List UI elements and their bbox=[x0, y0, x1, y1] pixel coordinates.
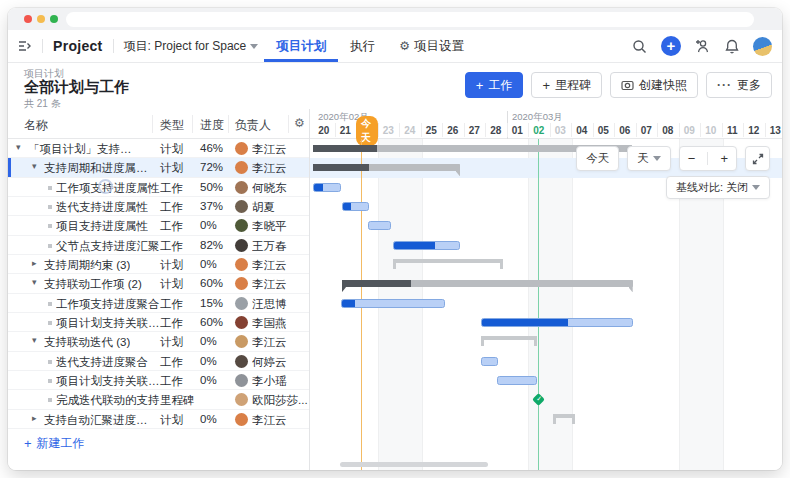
collapse-caret-icon[interactable]: ▾ bbox=[32, 277, 37, 287]
gantt-panel: 2020年02月2020年03月2021今天232425262728010203… bbox=[310, 109, 782, 470]
task-row[interactable]: 工作项支持进度属性工作50%何晓东 bbox=[8, 178, 309, 197]
col-owner-header[interactable]: 负责人 bbox=[235, 117, 271, 134]
gantt-bar-summary[interactable] bbox=[313, 164, 460, 171]
task-owner: 何晓东 bbox=[252, 181, 287, 196]
close-window-icon[interactable] bbox=[24, 15, 32, 23]
search-icon[interactable] bbox=[632, 39, 647, 54]
plus-icon: + bbox=[542, 79, 550, 92]
leaf-dot-icon bbox=[48, 398, 52, 402]
task-name: 项目计划支持关联迭代 bbox=[56, 374, 161, 389]
gantt-bar-task[interactable] bbox=[341, 299, 445, 308]
task-row[interactable]: 完成迭代联动的支持里程碑欧阳莎莎... bbox=[8, 390, 309, 409]
zoom-in-button[interactable]: + bbox=[712, 151, 736, 166]
task-row[interactable]: 项目计划支持关联工作项工作60%李国燕 bbox=[8, 313, 309, 332]
task-row[interactable]: ▾支持联动工作项 (2)计划60%李江云 bbox=[8, 274, 309, 293]
day-label: 10 bbox=[700, 122, 722, 139]
gantt-bar-task[interactable] bbox=[368, 221, 391, 230]
task-owner: 李国燕 bbox=[252, 316, 287, 331]
task-row[interactable]: 工作项支持进度聚合工作15%汪思博 bbox=[8, 294, 309, 313]
task-type: 工作 bbox=[160, 219, 183, 234]
gantt-bar-unscheduled[interactable] bbox=[393, 259, 503, 263]
sidebar-toggle-icon[interactable] bbox=[18, 40, 32, 52]
gantt-bar-summary[interactable] bbox=[342, 280, 633, 287]
owner-avatar bbox=[235, 239, 248, 252]
scale-select[interactable]: 天 bbox=[627, 146, 671, 171]
collapse-caret-icon[interactable]: ▾ bbox=[16, 142, 21, 152]
today-badge[interactable]: 今天 bbox=[356, 122, 378, 139]
gantt-bar-task[interactable] bbox=[313, 183, 341, 192]
gantt-bar-task[interactable] bbox=[497, 376, 537, 385]
gantt-bar-task[interactable] bbox=[481, 318, 633, 327]
day-label: 03 bbox=[550, 122, 572, 139]
collapse-caret-icon[interactable]: ▾ bbox=[32, 335, 37, 345]
leaf-dot-icon bbox=[48, 360, 52, 364]
task-row[interactable]: ▸支持周期约束 (3)计划0%李江云 bbox=[8, 255, 309, 274]
task-progress: 0% bbox=[200, 219, 217, 231]
task-table-panel: 名称 类型 进度 负责人 ⚙ ▾「项目计划」支持联动迭代和...(5)计划46%… bbox=[8, 109, 310, 470]
today-button[interactable]: 今天 bbox=[576, 146, 619, 171]
task-row[interactable]: 迭代支持进度聚合工作0%何婷云 bbox=[8, 352, 309, 371]
tab-project-settings[interactable]: ⚙ 项目设置 bbox=[387, 30, 476, 62]
gantt-bar-unscheduled[interactable] bbox=[481, 336, 537, 340]
task-row[interactable]: ▸支持自动汇聚进度 (3)计划0%李江云 bbox=[8, 410, 309, 429]
expand-caret-icon[interactable]: ▸ bbox=[32, 413, 37, 423]
tab-project-plan[interactable]: 项目计划 bbox=[264, 30, 338, 62]
col-name-header[interactable]: 名称 bbox=[24, 117, 48, 134]
page-title: 全部计划与工作 bbox=[24, 78, 129, 97]
bell-icon[interactable] bbox=[725, 39, 739, 54]
owner-avatar bbox=[235, 316, 248, 329]
summary-end-hook bbox=[342, 280, 346, 292]
expand-caret-icon[interactable]: ▸ bbox=[32, 258, 37, 268]
task-owner: 胡夏 bbox=[252, 200, 275, 215]
zoom-out-button[interactable]: − bbox=[680, 151, 704, 166]
zoom-window-icon[interactable] bbox=[50, 15, 58, 23]
task-row[interactable]: 项目计划支持关联迭代工作0%李小瑶 bbox=[8, 371, 309, 390]
task-row[interactable]: 项目支持进度属性工作0%李晓平 bbox=[8, 216, 309, 235]
col-type-header[interactable]: 类型 bbox=[160, 117, 184, 134]
add-milestone-button[interactable]: + 里程碑 bbox=[531, 72, 602, 98]
gantt-bar-task[interactable] bbox=[481, 357, 498, 366]
task-progress: 15% bbox=[200, 297, 223, 309]
task-type: 工作 bbox=[160, 355, 183, 370]
task-row[interactable]: ▾「项目计划」支持联动迭代和...(5)计划46%李江云 bbox=[8, 139, 309, 158]
task-name: 项目计划支持关联工作项 bbox=[56, 316, 161, 331]
create-snapshot-button[interactable]: 创建快照 bbox=[610, 72, 698, 98]
gantt-bar-unscheduled[interactable] bbox=[553, 414, 575, 418]
task-name: 「项目计划」支持联动迭代和...(5) bbox=[28, 142, 133, 157]
invite-member-icon[interactable] bbox=[695, 39, 711, 53]
new-work-button[interactable]: + 新建工作 bbox=[24, 435, 85, 452]
project-selector[interactable]: 项目: Project for Space bbox=[124, 38, 259, 55]
task-row[interactable]: 父节点支持进度汇聚工作82%王万春 bbox=[8, 236, 309, 255]
task-owner: 李小瑶 bbox=[252, 374, 287, 389]
day-label: 23 bbox=[378, 122, 400, 139]
more-button[interactable]: ··· 更多 bbox=[706, 72, 772, 98]
gantt-bar-task[interactable] bbox=[393, 241, 460, 250]
task-rows: ▾「项目计划」支持联动迭代和...(5)计划46%李江云▾支持周期和进度属性(4… bbox=[8, 139, 309, 429]
collapse-caret-icon[interactable]: ▾ bbox=[32, 161, 37, 171]
task-row[interactable]: ▾支持周期和进度属性(4)计划72%李江云 bbox=[8, 158, 309, 177]
day-label: 07 bbox=[636, 122, 658, 139]
minimize-window-icon[interactable] bbox=[37, 15, 45, 23]
user-avatar[interactable] bbox=[753, 37, 772, 56]
create-plus-icon[interactable]: + bbox=[661, 36, 681, 56]
fullscreen-button[interactable] bbox=[745, 146, 770, 171]
column-settings-gear-icon[interactable]: ⚙ bbox=[294, 116, 305, 130]
gantt-bar-task[interactable] bbox=[342, 202, 369, 211]
tab-execute[interactable]: 执行 bbox=[338, 30, 387, 62]
gantt-bar-progress bbox=[313, 164, 369, 171]
col-progress-header[interactable]: 进度 bbox=[200, 117, 224, 134]
task-row[interactable]: ▾支持联动迭代 (3)计划0%李江云 bbox=[8, 332, 309, 351]
add-work-button[interactable]: + 工作 bbox=[465, 72, 524, 98]
app-nav: Project 项目: Project for Space 项目计划 执行 ⚙ … bbox=[8, 30, 782, 63]
horizontal-scrollbar[interactable] bbox=[340, 462, 488, 467]
day-label: 20 bbox=[313, 122, 335, 139]
divider bbox=[707, 152, 708, 165]
address-bar[interactable] bbox=[66, 12, 754, 27]
task-type: 计划 bbox=[160, 335, 183, 350]
baseline-compare-select[interactable]: 基线对比: 关闭 bbox=[666, 176, 770, 199]
gantt-bar-progress bbox=[482, 319, 568, 326]
bracket-end-hook bbox=[553, 414, 556, 424]
task-name: 父节点支持进度汇聚 bbox=[56, 239, 160, 254]
gantt-bar-progress bbox=[342, 300, 355, 307]
task-row[interactable]: 迭代支持进度属性工作37%胡夏 bbox=[8, 197, 309, 216]
